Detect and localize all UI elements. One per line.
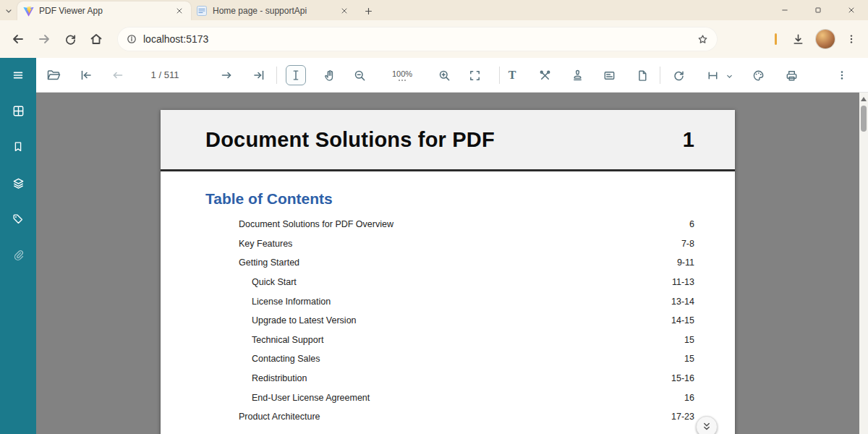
toc-entry[interactable]: Quick Start11-13 bbox=[205, 273, 694, 292]
previous-page-icon[interactable] bbox=[108, 65, 128, 85]
toc-entry-pages: 7-8 bbox=[681, 239, 694, 249]
viewer-sidebar bbox=[0, 58, 36, 434]
toc-entry[interactable]: Key Features7-8 bbox=[205, 234, 694, 254]
scrollbar-thumb[interactable] bbox=[861, 106, 867, 132]
toc-list: Document Solutions for PDF Overview6Key … bbox=[205, 215, 694, 427]
close-button[interactable] bbox=[835, 0, 868, 20]
downloads-button[interactable] bbox=[787, 28, 809, 50]
toc-entry-label: Quick Start bbox=[252, 277, 297, 287]
sidebar-menu-icon[interactable] bbox=[0, 58, 36, 93]
text-select-tool-icon[interactable] bbox=[286, 65, 306, 85]
bookmark-star-icon[interactable] bbox=[697, 33, 709, 46]
document-title: Document Solutions for PDF bbox=[205, 128, 495, 152]
tab-close-icon[interactable] bbox=[338, 5, 350, 17]
toolbar-divider bbox=[499, 67, 500, 84]
toc-entry[interactable]: End-User License Agreement16 bbox=[205, 388, 694, 407]
scrollbar-up-arrow-icon[interactable] bbox=[861, 97, 867, 101]
home-button[interactable] bbox=[85, 28, 107, 50]
forward-button[interactable] bbox=[33, 28, 55, 50]
pdf-viewer: 1 / 511 100% bbox=[0, 58, 868, 434]
toc-entry-label: License Information bbox=[252, 297, 331, 307]
browser-navbar: localhost:5173 bbox=[0, 20, 868, 58]
vertical-scrollbar[interactable] bbox=[859, 93, 868, 434]
back-button[interactable] bbox=[7, 28, 29, 50]
toc-entry-pages: 17-23 bbox=[671, 412, 694, 422]
site-info-icon[interactable] bbox=[126, 33, 137, 45]
toc-entry-label: Key Features bbox=[239, 239, 292, 249]
tab-pdf-viewer-app[interactable]: PDF Viewer App bbox=[17, 1, 191, 20]
zoom-out-icon[interactable] bbox=[349, 65, 370, 85]
list-favicon-icon bbox=[197, 6, 208, 17]
toc-entry[interactable]: Contacting Sales15 bbox=[205, 349, 694, 369]
first-page-icon[interactable] bbox=[76, 65, 96, 85]
toc-entry[interactable]: License Information13-14 bbox=[205, 292, 694, 311]
view-mode-chevron-icon[interactable] bbox=[723, 70, 735, 82]
toc-entry-label: End-User License Agreement bbox=[252, 393, 370, 403]
toc-entry-label: Redistribution bbox=[252, 373, 307, 383]
page-document-icon[interactable] bbox=[632, 65, 652, 85]
rotate-icon[interactable] bbox=[668, 65, 689, 85]
document-page-number: 1 bbox=[683, 128, 694, 152]
toc-entry-pages: 11-13 bbox=[672, 277, 694, 287]
toc-entry[interactable]: Document Solutions for PDF Overview6 bbox=[205, 215, 694, 234]
pdf-page-header: Document Solutions for PDF 1 bbox=[161, 110, 735, 171]
draw-tools-icon[interactable] bbox=[535, 65, 555, 85]
text-tool-icon[interactable]: T bbox=[502, 65, 522, 85]
browser-menu-icon[interactable] bbox=[842, 28, 861, 50]
document-area[interactable]: Document Solutions for PDF 1 Table of Co… bbox=[36, 93, 868, 434]
tab-strip: PDF Viewer App Home page - supportApi bbox=[0, 0, 868, 20]
url-text[interactable]: localhost:5173 bbox=[143, 33, 697, 45]
toc-entry-label: Getting Started bbox=[239, 258, 299, 268]
fit-to-window-icon[interactable] bbox=[464, 65, 485, 85]
window-controls bbox=[768, 0, 868, 20]
toc-entry[interactable]: Redistribution15-16 bbox=[205, 369, 694, 388]
tab-home-page[interactable]: Home page - supportApi bbox=[191, 1, 356, 20]
pdf-page: Document Solutions for PDF 1 Table of Co… bbox=[161, 110, 735, 434]
toolbar-divider bbox=[660, 67, 660, 84]
maximize-button[interactable] bbox=[801, 0, 835, 20]
form-fields-icon[interactable] bbox=[599, 65, 619, 85]
print-icon[interactable] bbox=[781, 65, 801, 85]
layers-panel-icon[interactable] bbox=[0, 165, 36, 201]
zoom-in-icon[interactable] bbox=[434, 65, 454, 85]
theme-palette-icon[interactable] bbox=[748, 65, 768, 85]
toc-entry-pages: 13-14 bbox=[671, 297, 694, 307]
navbar-right-cluster bbox=[775, 28, 861, 50]
extension-indicator bbox=[775, 33, 777, 45]
tab-search-chevron-icon[interactable] bbox=[0, 1, 17, 20]
profile-avatar[interactable] bbox=[816, 30, 835, 48]
bookmarks-panel-icon[interactable] bbox=[0, 129, 36, 165]
new-tab-button[interactable] bbox=[359, 1, 378, 20]
toc-entry[interactable]: Getting Started9-11 bbox=[205, 253, 694, 273]
toc-entry-label: Document Solutions for PDF Overview bbox=[239, 219, 393, 229]
toc-entry-pages: 6 bbox=[689, 219, 694, 229]
toc-heading: Table of Contents bbox=[205, 190, 694, 208]
toc-entry[interactable]: Product Architecture17-23 bbox=[205, 407, 694, 427]
stamp-icon[interactable] bbox=[567, 65, 587, 85]
tags-panel-icon[interactable] bbox=[0, 201, 36, 237]
toolbar-divider bbox=[276, 67, 277, 84]
toc-entry[interactable]: Upgrade to Latest Version14-15 bbox=[205, 311, 694, 331]
address-bar[interactable]: localhost:5173 bbox=[117, 27, 718, 51]
page-indicator[interactable]: 1 / 511 bbox=[136, 65, 194, 85]
thumbnails-panel-icon[interactable] bbox=[0, 93, 36, 129]
open-file-icon[interactable] bbox=[43, 65, 64, 85]
toc-entry-label: Technical Support bbox=[252, 335, 323, 345]
more-tools-icon[interactable] bbox=[832, 65, 852, 85]
toc-entry-label: Upgrade to Latest Version bbox=[252, 315, 357, 326]
reload-button[interactable] bbox=[59, 28, 81, 50]
view-mode-icon[interactable] bbox=[702, 65, 723, 85]
tab-close-icon[interactable] bbox=[173, 5, 185, 17]
minimize-button[interactable] bbox=[768, 0, 801, 20]
last-page-icon[interactable] bbox=[249, 65, 269, 85]
zoom-level-select[interactable]: 100% bbox=[380, 64, 424, 87]
vite-favicon-icon bbox=[23, 6, 34, 17]
toc-entry-pages: 9-11 bbox=[677, 258, 694, 268]
pan-tool-icon[interactable] bbox=[319, 65, 339, 85]
toc-entry[interactable]: Technical Support15 bbox=[205, 331, 694, 350]
scroll-down-button[interactable] bbox=[696, 416, 718, 434]
tab-title: Home page - supportApi bbox=[213, 6, 333, 16]
viewer-main: 1 / 511 100% bbox=[36, 58, 868, 434]
attachments-panel-icon[interactable] bbox=[0, 237, 36, 273]
next-page-icon[interactable] bbox=[216, 65, 237, 85]
